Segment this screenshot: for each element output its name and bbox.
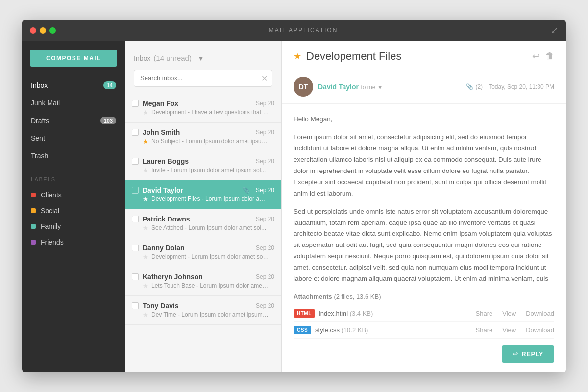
email-to: to me ▼ (361, 84, 383, 91)
star-icon[interactable]: ★ (143, 109, 148, 116)
attachment-actions-css: Share View Download (476, 326, 554, 334)
email-preview: No Subject - Lorum Ipsum dolor amet ipsu… (151, 138, 269, 145)
email-sender: Patrick Downs (143, 215, 252, 223)
attachment-count: 📎 (2) (466, 83, 483, 90)
friends-dot (31, 240, 36, 245)
email-date: Sep 20 (256, 302, 274, 309)
email-footer: Attachments (2 files, 13.6 KB) HTML inde… (282, 286, 566, 372)
email-item-active[interactable]: David Taylor 📎 Sep 20 ★ Development File… (125, 180, 281, 209)
email-checkbox[interactable] (132, 302, 139, 309)
search-box: ✕ (134, 70, 272, 87)
email-list: Megan Fox Sep 20 ★ Development - I have … (125, 94, 281, 372)
maximize-button[interactable] (49, 27, 56, 34)
sidebar: COMPOSE MAIL Inbox 14 Junk Mail Drafts 1… (22, 41, 125, 372)
attachments-header: Attachments (2 files, 13.6 KB) (294, 286, 554, 305)
email-sender: Tony Davis (143, 302, 252, 310)
sidebar-item-junk[interactable]: Junk Mail (22, 94, 125, 112)
email-preview: Invite - Lorum Ipsum dolor amet ipsum so… (151, 167, 266, 173)
email-list-panel: Inbox (14 unread) ▼ ✕ Megan Fox Sep 20 (125, 41, 282, 372)
paperclip-icon: 📎 (466, 83, 473, 90)
email-checkbox[interactable] (132, 158, 139, 165)
email-actions: ↩ 🗑 (532, 51, 554, 62)
email-view: ★ Developement Files ↩ 🗑 DT David Taylor… (282, 41, 566, 372)
email-body: Hello Megan, Lorem ipsum dolor sit amet,… (282, 104, 566, 286)
attachment-name-html: index.html (3.4 KB) (319, 310, 476, 317)
star-icon[interactable]: ★ (143, 253, 148, 261)
star-icon[interactable]: ★ (143, 196, 148, 203)
email-item[interactable]: Megan Fox Sep 20 ★ Development - I have … (125, 94, 281, 122)
email-meta-right: 📎 (2) Today, Sep 20, 11:30 PM (466, 83, 554, 90)
label-item-friends[interactable]: Friends (31, 234, 116, 250)
reply-icon[interactable]: ↩ (532, 51, 539, 62)
email-preview: Development - I have a few questions tha… (151, 109, 269, 116)
clients-dot (31, 193, 36, 197)
labels-title: LABELS (31, 176, 116, 182)
compose-button[interactable]: COMPOSE MAIL (30, 50, 117, 67)
sidebar-item-sent[interactable]: Sent (22, 129, 125, 147)
subject-star-icon[interactable]: ★ (294, 51, 301, 62)
share-button-css[interactable]: Share (476, 326, 493, 334)
email-timestamp: Today, Sep 20, 11:30 PM (489, 83, 554, 90)
email-item[interactable]: John Smith Sep 20 ★ No Subject - Lorum I… (125, 122, 281, 151)
email-sender: Lauren Boggs (143, 157, 252, 165)
email-checkbox[interactable] (132, 245, 139, 251)
sidebar-item-drafts[interactable]: Drafts 103 (22, 112, 125, 129)
star-icon[interactable]: ★ (143, 167, 148, 174)
email-body-para2: Sed ut perspiciatis unde omnis iste natu… (294, 206, 554, 286)
email-from: David Taylor (318, 83, 359, 91)
inbox-filter-icon[interactable]: ▼ (197, 54, 204, 62)
star-icon[interactable]: ★ (143, 138, 148, 145)
minimize-button[interactable] (40, 27, 46, 34)
family-dot (31, 224, 36, 229)
email-preview: Development Files - Lorum Ipsum dolor am… (151, 196, 269, 202)
search-clear-icon[interactable]: ✕ (261, 74, 268, 83)
download-button-css[interactable]: Download (526, 326, 554, 334)
avatar: DT (294, 77, 313, 97)
email-sender: David Taylor (143, 186, 243, 194)
search-input[interactable] (134, 70, 272, 87)
view-button-html[interactable]: View (502, 310, 516, 317)
app-title: MAIL APPLICATION (269, 27, 338, 34)
email-subject: Developement Files (306, 50, 401, 63)
email-checkbox[interactable] (132, 129, 139, 136)
label-item-social[interactable]: Social (31, 203, 116, 219)
label-item-clients[interactable]: Clients (31, 187, 116, 203)
sidebar-nav: Inbox 14 Junk Mail Drafts 103 Sent Trash (22, 76, 125, 165)
sidebar-item-trash[interactable]: Trash (22, 147, 125, 165)
email-item[interactable]: Danny Dolan Sep 20 ★ Development - Lorum… (125, 238, 281, 267)
window-controls (30, 27, 56, 34)
email-checkbox[interactable] (132, 216, 139, 222)
email-item[interactable]: Katheryn Johnson Sep 20 ★ Lets Touch Bas… (125, 267, 281, 296)
share-button-html[interactable]: Share (476, 310, 493, 317)
social-dot (31, 208, 36, 213)
email-date: Sep 20 (256, 100, 274, 107)
email-date: Sep 20 (256, 216, 274, 222)
trash-icon[interactable]: 🗑 (545, 51, 554, 62)
sidebar-item-inbox[interactable]: Inbox 14 (22, 76, 125, 94)
attachment-name-css: style.css (10.2 KB) (315, 326, 475, 334)
email-checkbox[interactable] (132, 273, 139, 280)
expand-icon[interactable]: ⤢ (551, 25, 558, 36)
star-icon[interactable]: ★ (143, 224, 148, 232)
reply-button[interactable]: ↩ REPLY (502, 345, 554, 363)
title-bar: MAIL APPLICATION ⤢ (22, 20, 566, 41)
view-button-css[interactable]: View (502, 326, 516, 334)
star-icon[interactable]: ★ (143, 311, 148, 318)
email-preview: Lets Touch Base - Lorum Ipsum dolor amet… (151, 282, 269, 289)
email-checkbox[interactable] (132, 187, 139, 194)
email-item[interactable]: Tony Davis Sep 20 ★ Dev Time - Lorum Ips… (125, 296, 281, 325)
email-item[interactable]: Patrick Downs Sep 20 ★ See Attched - Lor… (125, 209, 281, 238)
attachment-row-html: HTML index.html (3.4 KB) Share View Down… (294, 305, 554, 322)
email-checkbox[interactable] (132, 100, 139, 107)
email-item[interactable]: Lauren Boggs Sep 20 ★ Invite - Lorum Ips… (125, 151, 281, 180)
email-sender: John Smith (143, 128, 252, 136)
email-sender: Katheryn Johnson (143, 273, 252, 281)
email-greeting: Hello Megan, (294, 114, 554, 125)
close-button[interactable] (30, 27, 36, 34)
star-icon[interactable]: ★ (143, 282, 148, 290)
label-item-family[interactable]: Family (31, 219, 116, 234)
email-preview: Dev Time - Lorum Ipsum dolor amet ipsum … (151, 311, 269, 318)
reply-area: ↩ REPLY (294, 345, 554, 363)
email-date: Sep 20 (256, 129, 274, 136)
download-button-html[interactable]: Download (526, 310, 554, 317)
